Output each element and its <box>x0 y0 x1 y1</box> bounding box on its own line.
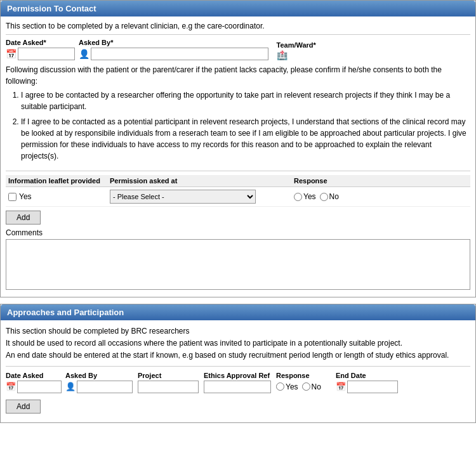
section2-intro: This section should be completed by BRC … <box>6 325 470 367</box>
app-end-date-label: End Date <box>336 372 470 379</box>
approaches-fields-labels: Date Asked Asked By Project Ethics Appro… <box>6 372 470 393</box>
permission-to-contact-section: Permission To Contact This section to be… <box>0 0 476 297</box>
section2-title: Approaches and Participation <box>7 308 124 317</box>
section1-fields-row: Date Asked* 📅 Asked By* 👤 Team/Ward* 🏥 <box>6 39 470 60</box>
response-no-radio[interactable] <box>320 193 328 201</box>
approaches-section: Approaches and Participation This sectio… <box>0 304 476 423</box>
app-project-label: Project <box>138 372 201 379</box>
cell-response: Yes No <box>291 192 470 201</box>
person-icon: 👤 <box>79 49 89 59</box>
consent-text: Following discussion with the patient or… <box>6 64 470 171</box>
permission-table: Information leaflet provided Permission … <box>6 175 470 207</box>
app-end-date-input[interactable] <box>347 381 398 393</box>
section1-intro: This section to be completed by a releva… <box>6 22 470 35</box>
consent-item-2: If I agree to be contacted as a potentia… <box>21 116 470 162</box>
date-asked-input[interactable] <box>18 48 75 60</box>
section1-add-button[interactable]: Add <box>6 211 41 225</box>
app-calendar-icon: 📅 <box>6 382 16 391</box>
comments-textarea[interactable] <box>6 239 470 290</box>
response-no-label[interactable]: No <box>320 192 339 201</box>
app-response-yes-label[interactable]: Yes <box>276 382 298 391</box>
section1-header: Permission To Contact <box>1 1 475 16</box>
app-project-input[interactable] <box>138 381 199 393</box>
response-yes-radio[interactable] <box>294 193 302 201</box>
col-permission-header: Permission asked at <box>107 177 291 185</box>
app-ethics-input[interactable] <box>204 381 271 393</box>
app-person-icon: 👤 <box>65 382 76 391</box>
app-date-label: Date Asked <box>6 372 63 379</box>
section2-add-button[interactable]: Add <box>6 400 41 414</box>
app-asked-by-input[interactable] <box>77 381 133 393</box>
team-ward-group: Team/Ward* 🏥 <box>277 41 471 60</box>
app-response-label: Response <box>276 372 333 379</box>
app-response-no-label[interactable]: No <box>302 382 321 391</box>
cell-permission: - Please Select - <box>107 190 291 204</box>
team-ward-label: Team/Ward* <box>277 41 471 49</box>
team-icon: 🏥 <box>277 50 288 60</box>
comments-label: Comments <box>6 228 470 237</box>
calendar-icon: 📅 <box>6 49 17 59</box>
table-header-row: Information leaflet provided Permission … <box>6 175 470 187</box>
section2-header: Approaches and Participation <box>1 304 475 320</box>
comments-wrapper <box>6 239 470 292</box>
col-leaflet-header: Information leaflet provided <box>6 177 107 185</box>
cell-leaflet: Yes <box>6 192 107 201</box>
table-data-row: Yes - Please Select - Yes <box>6 187 470 207</box>
app-asked-by-label: Asked By <box>65 372 135 379</box>
response-yes-label[interactable]: Yes <box>294 192 316 201</box>
section1-title: Permission To Contact <box>7 4 96 13</box>
asked-by-label: Asked By* <box>79 39 273 46</box>
consent-item-1: I agree to be contacted by a researcher … <box>21 89 470 112</box>
asked-by-group: Asked By* 👤 <box>79 39 273 60</box>
asked-by-input[interactable] <box>91 48 268 60</box>
leaflet-checkbox[interactable] <box>8 193 17 201</box>
app-date-input[interactable] <box>17 381 62 393</box>
date-asked-group: Date Asked* 📅 <box>6 39 75 60</box>
col-response-header: Response <box>291 177 470 185</box>
permission-select[interactable]: - Please Select - <box>110 190 256 204</box>
consent-items-list: I agree to be contacted by a researcher … <box>21 89 470 162</box>
leaflet-checkbox-label[interactable]: Yes <box>8 192 107 201</box>
app-end-calendar-icon: 📅 <box>336 382 346 391</box>
app-response-yes-radio[interactable] <box>276 382 284 391</box>
app-response-no-radio[interactable] <box>302 382 310 391</box>
app-ethics-label: Ethics Approval Ref <box>204 372 274 379</box>
date-asked-label: Date Asked* <box>6 39 75 46</box>
